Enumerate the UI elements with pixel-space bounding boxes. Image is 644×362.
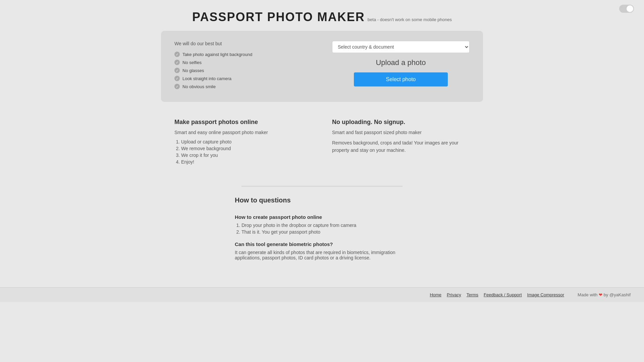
footer-links: Home Privacy Terms Feedback / Support Im… (430, 292, 564, 297)
dark-mode-toggle[interactable] (619, 5, 634, 13)
how-to-title: How to questions (235, 196, 409, 204)
check-icon: ✓ (174, 68, 180, 73)
select-photo-button[interactable]: Select photo (354, 72, 448, 86)
page-wrapper: PASSPORT PHOTO MAKERbeta - doesn't work … (0, 0, 644, 362)
footer-feedback-link[interactable]: Feedback / Support (484, 292, 522, 297)
check-icon: ✓ (174, 76, 180, 81)
page-header: PASSPORT PHOTO MAKERbeta - doesn't work … (0, 0, 644, 31)
tip-text: No glasses (182, 68, 204, 73)
footer: Home Privacy Terms Feedback / Support Im… (0, 287, 644, 302)
list-item: Upload or capture photo (181, 139, 312, 144)
heart-icon: ❤ (599, 292, 604, 297)
check-icon: ✓ (174, 60, 180, 65)
page-title: PASSPORT PHOTO MAKER (192, 10, 365, 24)
right-panel: Select country & document Upload a photo… (332, 41, 470, 86)
tip-text: No obvious smile (182, 84, 216, 89)
made-with: Made with ❤ by @yaKashif (578, 292, 631, 297)
list-item: Drop your photo in the dropbox or captur… (241, 223, 409, 228)
list-item: That is it. You get your passport photo (241, 229, 409, 235)
left-panel: We will do our best but ✓ Take photo aga… (174, 41, 312, 92)
upload-label: Upload a photo (376, 58, 426, 67)
how-to-answer: It can generate all kinds of photos that… (235, 250, 409, 260)
toggle-container (619, 5, 634, 14)
list-item: Enjoy! (181, 159, 312, 165)
section-right-subtitle: Smart and fast passport sized photo make… (332, 130, 470, 135)
we-will-text: We will do our best but (174, 41, 312, 46)
check-icon: ✓ (174, 52, 180, 57)
list-item: ✓ No obvious smile (174, 84, 312, 89)
content-sections: Make passport photos online Smart and ea… (161, 112, 483, 173)
tip-text: No selfies (182, 60, 202, 65)
tip-text: Take photo against light background (182, 52, 252, 57)
footer-privacy-link[interactable]: Privacy (447, 292, 461, 297)
beta-label: beta - doesn't work on some mobile phone… (368, 17, 452, 22)
section-right-desc: Removes background, crops and tada! Your… (332, 139, 470, 154)
made-with-prefix: Made with (578, 292, 597, 297)
list-item: ✓ No selfies (174, 60, 312, 65)
main-card: We will do our best but ✓ Take photo aga… (161, 31, 483, 102)
check-icon: ✓ (174, 84, 180, 89)
section-no-upload: No uploading. No signup. Smart and fast … (332, 119, 470, 166)
section-divider (241, 186, 402, 186)
tips-list: ✓ Take photo against light background ✓ … (174, 52, 312, 89)
list-item: We crop it for you (181, 153, 312, 158)
list-item: We remove background (181, 146, 312, 151)
footer-terms-link[interactable]: Terms (467, 292, 478, 297)
how-to-section: How to questions How to create passport … (221, 196, 423, 287)
footer-home-link[interactable]: Home (430, 292, 441, 297)
list-item: ✓ No glasses (174, 68, 312, 73)
section-right-title: No uploading. No signup. (332, 119, 470, 126)
list-item: ✓ Look straight into camera (174, 76, 312, 81)
footer-image-compressor-link[interactable]: Image Compressor (527, 292, 565, 297)
steps-list: Upload or capture photo We remove backgr… (174, 139, 312, 165)
section-left-subtitle: Smart and easy online passport photo mak… (174, 130, 312, 135)
section-make-photos: Make passport photos online Smart and ea… (174, 119, 312, 166)
tip-text: Look straight into camera (182, 76, 231, 81)
how-to-steps: Drop your photo in the dropbox or captur… (235, 223, 409, 235)
section-left-title: Make passport photos online (174, 119, 312, 126)
made-with-suffix: by @yaKashif (604, 292, 631, 297)
how-to-q1: How to create passport photo online (235, 214, 409, 220)
how-to-q2: Can this tool generate biometric photos? (235, 241, 409, 247)
list-item: ✓ Take photo against light background (174, 52, 312, 57)
country-document-select[interactable]: Select country & document (332, 41, 470, 53)
